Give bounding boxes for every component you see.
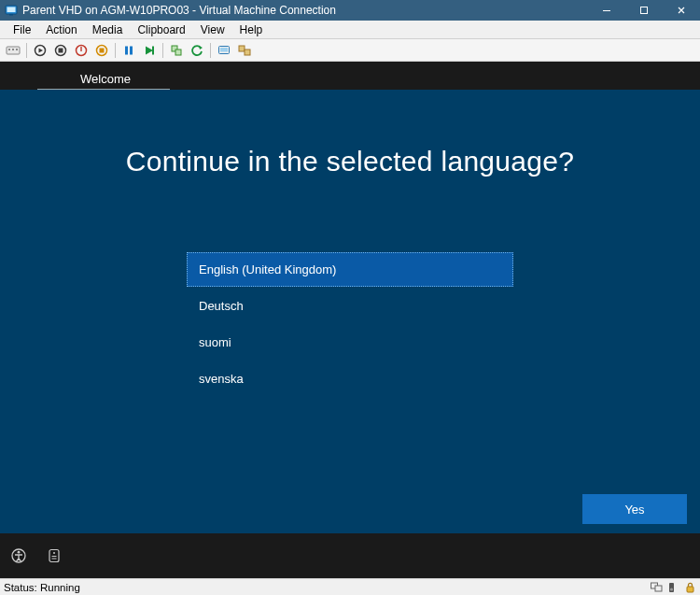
svg-rect-8 <box>16 49 18 50</box>
toolbar-separator <box>210 43 211 58</box>
status-right <box>650 581 696 594</box>
svg-rect-17 <box>125 46 128 54</box>
svg-marker-19 <box>146 46 153 54</box>
svg-rect-22 <box>175 50 181 55</box>
titlebar: Parent VHD on AGM-W10PRO03 - Virtual Mac… <box>0 0 700 21</box>
svg-marker-10 <box>39 48 44 52</box>
enhanced-session-button[interactable] <box>215 41 233 60</box>
menu-media[interactable]: Media <box>85 21 131 38</box>
svg-rect-25 <box>220 48 228 52</box>
shut-down-button[interactable] <box>72 41 91 60</box>
status-text: Status: Running <box>4 582 80 593</box>
svg-rect-33 <box>52 559 57 560</box>
menu-clipboard[interactable]: Clipboard <box>130 21 192 38</box>
revert-button[interactable] <box>188 41 206 60</box>
toolbar <box>0 39 700 62</box>
statusbar: Status: Running <box>0 578 700 595</box>
menu-view[interactable]: View <box>193 21 232 38</box>
checkpoint-button[interactable] <box>167 41 186 60</box>
speaker-icon[interactable] <box>666 581 679 594</box>
start-button[interactable] <box>31 41 49 60</box>
oobe-body: Continue in the selected language? Engli… <box>0 90 700 533</box>
toolbar-separator <box>26 43 27 58</box>
svg-rect-18 <box>130 46 133 54</box>
accessibility-icon[interactable] <box>9 546 28 565</box>
svg-rect-32 <box>52 556 57 557</box>
language-option[interactable]: English (United Kingdom) <box>187 252 513 287</box>
svg-rect-3 <box>603 10 610 11</box>
share-button[interactable] <box>235 41 254 60</box>
svg-rect-2 <box>9 14 13 16</box>
svg-point-31 <box>53 552 55 554</box>
window-title: Parent VHD on AGM-W10PRO03 - Virtual Mac… <box>22 4 588 17</box>
svg-point-37 <box>670 588 673 590</box>
lock-icon[interactable] <box>683 581 696 594</box>
svg-rect-35 <box>655 586 662 591</box>
svg-rect-26 <box>239 46 245 51</box>
svg-rect-20 <box>152 46 154 54</box>
svg-rect-16 <box>100 48 105 52</box>
svg-rect-38 <box>687 587 693 592</box>
maximize-button[interactable] <box>625 0 663 21</box>
reset-button[interactable] <box>140 41 159 60</box>
svg-rect-12 <box>59 48 63 52</box>
svg-rect-14 <box>80 47 81 51</box>
svg-rect-6 <box>8 49 10 50</box>
oobe-tab-welcome[interactable]: Welcome <box>67 66 144 90</box>
menu-file[interactable]: File <box>6 21 38 38</box>
menu-help[interactable]: Help <box>232 21 271 38</box>
window-buttons <box>588 0 700 21</box>
oobe-top-strip: Welcome <box>0 62 700 90</box>
language-option[interactable]: Deutsch <box>187 289 513 323</box>
guest-display: Welcome Continue in the selected languag… <box>0 62 700 578</box>
menubar: File Action Media Clipboard View Help <box>0 21 700 39</box>
display-config-icon[interactable] <box>650 581 663 594</box>
close-button[interactable] <box>663 0 700 21</box>
svg-rect-1 <box>7 7 16 13</box>
svg-point-29 <box>18 551 21 554</box>
app-icon <box>4 3 19 18</box>
turn-off-button[interactable] <box>51 41 70 60</box>
save-button[interactable] <box>92 41 111 60</box>
pause-button[interactable] <box>119 41 138 60</box>
ctrl-alt-del-button[interactable] <box>4 41 22 60</box>
language-option[interactable]: svenska <box>187 361 513 396</box>
ime-icon[interactable] <box>45 546 63 565</box>
svg-rect-27 <box>245 50 250 55</box>
oobe-bottom-strip <box>0 533 700 578</box>
svg-marker-23 <box>199 46 203 50</box>
oobe-heading: Continue in the selected language? <box>0 146 700 177</box>
minimize-button[interactable] <box>588 0 625 21</box>
svg-rect-4 <box>641 7 648 14</box>
toolbar-separator <box>115 43 116 58</box>
toolbar-separator <box>162 43 163 58</box>
language-list: English (United Kingdom) Deutsch suomi s… <box>187 252 513 396</box>
menu-action[interactable]: Action <box>38 21 84 38</box>
yes-button[interactable]: Yes <box>582 494 687 524</box>
svg-rect-7 <box>12 49 14 50</box>
language-option[interactable]: suomi <box>187 325 513 360</box>
